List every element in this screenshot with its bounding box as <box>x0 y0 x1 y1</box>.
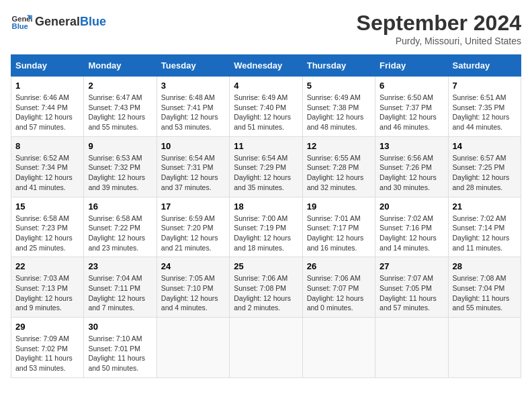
day-number: 17 <box>161 201 225 212</box>
day-info: Sunrise: 7:05 AM Sunset: 7:10 PM Dayligh… <box>161 273 225 313</box>
col-header-tuesday: Tuesday <box>157 55 229 77</box>
day-cell: 24Sunrise: 7:05 AM Sunset: 7:10 PM Dayli… <box>157 257 229 318</box>
day-info: Sunrise: 6:54 AM Sunset: 7:31 PM Dayligh… <box>161 153 225 193</box>
day-number: 3 <box>161 81 225 91</box>
day-info: Sunrise: 6:50 AM Sunset: 7:37 PM Dayligh… <box>380 93 443 132</box>
day-cell: 10Sunrise: 6:54 AM Sunset: 7:31 PM Dayli… <box>157 136 229 197</box>
day-number: 12 <box>307 141 371 151</box>
day-cell: 8Sunrise: 6:52 AM Sunset: 7:34 PM Daylig… <box>11 136 84 197</box>
day-info: Sunrise: 7:08 AM Sunset: 7:04 PM Dayligh… <box>453 273 517 313</box>
day-info: Sunrise: 7:01 AM Sunset: 7:17 PM Dayligh… <box>307 214 371 253</box>
day-cell: 12Sunrise: 6:55 AM Sunset: 7:28 PM Dayli… <box>302 136 375 197</box>
day-number: 9 <box>88 141 152 151</box>
col-header-wednesday: Wednesday <box>230 55 302 77</box>
subtitle: Purdy, Missouri, United States <box>357 36 521 46</box>
day-cell: 29Sunrise: 7:09 AM Sunset: 7:02 PM Dayli… <box>11 318 84 378</box>
day-number: 19 <box>307 201 371 212</box>
header-row: SundayMondayTuesdayWednesdayThursdayFrid… <box>11 55 521 77</box>
day-info: Sunrise: 6:59 AM Sunset: 7:20 PM Dayligh… <box>161 214 225 253</box>
day-info: Sunrise: 6:57 AM Sunset: 7:25 PM Dayligh… <box>453 153 517 193</box>
day-info: Sunrise: 7:03 AM Sunset: 7:13 PM Dayligh… <box>15 273 79 313</box>
day-number: 18 <box>234 201 298 212</box>
day-number: 20 <box>380 201 443 212</box>
day-cell: 17Sunrise: 6:59 AM Sunset: 7:20 PM Dayli… <box>157 197 229 257</box>
day-cell: 2Sunrise: 6:47 AM Sunset: 7:43 PM Daylig… <box>84 77 157 137</box>
day-number: 26 <box>307 261 371 271</box>
day-cell: 13Sunrise: 6:56 AM Sunset: 7:26 PM Dayli… <box>375 136 448 197</box>
day-cell: 6Sunrise: 6:50 AM Sunset: 7:37 PM Daylig… <box>375 77 448 137</box>
col-header-monday: Monday <box>84 55 157 77</box>
day-cell: 3Sunrise: 6:48 AM Sunset: 7:41 PM Daylig… <box>157 77 229 137</box>
day-cell: 9Sunrise: 6:53 AM Sunset: 7:32 PM Daylig… <box>84 136 157 197</box>
day-cell: 15Sunrise: 6:58 AM Sunset: 7:23 PM Dayli… <box>11 197 84 257</box>
day-cell: 23Sunrise: 7:04 AM Sunset: 7:11 PM Dayli… <box>84 257 157 318</box>
week-row-1: 1Sunrise: 6:46 AM Sunset: 7:44 PM Daylig… <box>11 77 521 137</box>
day-cell: 22Sunrise: 7:03 AM Sunset: 7:13 PM Dayli… <box>11 257 84 318</box>
day-cell: 27Sunrise: 7:07 AM Sunset: 7:05 PM Dayli… <box>375 257 448 318</box>
day-info: Sunrise: 6:56 AM Sunset: 7:26 PM Dayligh… <box>380 153 443 193</box>
day-info: Sunrise: 6:46 AM Sunset: 7:44 PM Dayligh… <box>15 93 79 132</box>
day-number: 30 <box>88 322 152 332</box>
day-info: Sunrise: 6:55 AM Sunset: 7:28 PM Dayligh… <box>307 153 371 193</box>
day-info: Sunrise: 7:04 AM Sunset: 7:11 PM Dayligh… <box>88 273 152 313</box>
day-info: Sunrise: 7:07 AM Sunset: 7:05 PM Dayligh… <box>380 273 443 313</box>
day-info: Sunrise: 6:54 AM Sunset: 7:29 PM Dayligh… <box>234 153 298 193</box>
day-info: Sunrise: 6:49 AM Sunset: 7:38 PM Dayligh… <box>307 93 371 132</box>
day-cell: 11Sunrise: 6:54 AM Sunset: 7:29 PM Dayli… <box>230 136 302 197</box>
day-number: 2 <box>88 81 152 91</box>
day-number: 21 <box>453 201 517 212</box>
calendar-table: SundayMondayTuesdayWednesdayThursdayFrid… <box>11 54 521 378</box>
day-info: Sunrise: 6:53 AM Sunset: 7:32 PM Dayligh… <box>88 153 152 193</box>
day-number: 14 <box>453 141 517 151</box>
day-number: 24 <box>161 261 225 271</box>
day-info: Sunrise: 7:02 AM Sunset: 7:16 PM Dayligh… <box>380 214 443 253</box>
week-row-4: 22Sunrise: 7:03 AM Sunset: 7:13 PM Dayli… <box>11 257 521 318</box>
logo-blue: Blue <box>80 15 106 29</box>
day-number: 27 <box>380 261 443 271</box>
col-header-saturday: Saturday <box>448 55 521 77</box>
week-row-5: 29Sunrise: 7:09 AM Sunset: 7:02 PM Dayli… <box>11 318 521 378</box>
day-info: Sunrise: 7:06 AM Sunset: 7:07 PM Dayligh… <box>307 273 371 313</box>
day-cell: 7Sunrise: 6:51 AM Sunset: 7:35 PM Daylig… <box>448 77 521 137</box>
main-title: September 2024 <box>357 11 521 36</box>
day-cell: 5Sunrise: 6:49 AM Sunset: 7:38 PM Daylig… <box>302 77 375 137</box>
week-row-3: 15Sunrise: 6:58 AM Sunset: 7:23 PM Dayli… <box>11 197 521 257</box>
day-number: 6 <box>380 81 443 91</box>
day-cell: 14Sunrise: 6:57 AM Sunset: 7:25 PM Dayli… <box>448 136 521 197</box>
day-cell <box>448 318 521 378</box>
col-header-friday: Friday <box>375 55 448 77</box>
day-number: 10 <box>161 141 225 151</box>
col-header-thursday: Thursday <box>302 55 375 77</box>
day-info: Sunrise: 6:47 AM Sunset: 7:43 PM Dayligh… <box>88 93 152 132</box>
day-cell: 21Sunrise: 7:02 AM Sunset: 7:14 PM Dayli… <box>448 197 521 257</box>
day-number: 15 <box>15 201 79 212</box>
day-number: 1 <box>15 81 79 91</box>
day-number: 29 <box>15 322 79 332</box>
day-info: Sunrise: 7:02 AM Sunset: 7:14 PM Dayligh… <box>453 214 517 253</box>
logo: General Blue General Blue <box>11 11 106 32</box>
day-cell: 19Sunrise: 7:01 AM Sunset: 7:17 PM Dayli… <box>302 197 375 257</box>
day-cell: 20Sunrise: 7:02 AM Sunset: 7:16 PM Dayli… <box>375 197 448 257</box>
day-cell: 18Sunrise: 7:00 AM Sunset: 7:19 PM Dayli… <box>230 197 302 257</box>
day-cell: 4Sunrise: 6:49 AM Sunset: 7:40 PM Daylig… <box>230 77 302 137</box>
day-info: Sunrise: 7:00 AM Sunset: 7:19 PM Dayligh… <box>234 214 298 253</box>
day-cell: 16Sunrise: 6:58 AM Sunset: 7:22 PM Dayli… <box>84 197 157 257</box>
day-info: Sunrise: 6:58 AM Sunset: 7:23 PM Dayligh… <box>15 214 79 253</box>
day-info: Sunrise: 6:48 AM Sunset: 7:41 PM Dayligh… <box>161 93 225 132</box>
day-info: Sunrise: 6:52 AM Sunset: 7:34 PM Dayligh… <box>15 153 79 193</box>
week-row-2: 8Sunrise: 6:52 AM Sunset: 7:34 PM Daylig… <box>11 136 521 197</box>
title-area: September 2024 Purdy, Missouri, United S… <box>357 11 521 46</box>
day-number: 7 <box>453 81 517 91</box>
day-number: 5 <box>307 81 371 91</box>
day-info: Sunrise: 6:58 AM Sunset: 7:22 PM Dayligh… <box>88 214 152 253</box>
svg-text:Blue: Blue <box>12 22 28 30</box>
day-cell: 26Sunrise: 7:06 AM Sunset: 7:07 PM Dayli… <box>302 257 375 318</box>
day-cell: 25Sunrise: 7:06 AM Sunset: 7:08 PM Dayli… <box>230 257 302 318</box>
day-info: Sunrise: 6:51 AM Sunset: 7:35 PM Dayligh… <box>453 93 517 132</box>
day-info: Sunrise: 7:09 AM Sunset: 7:02 PM Dayligh… <box>15 334 79 373</box>
col-header-sunday: Sunday <box>11 55 84 77</box>
day-cell: 30Sunrise: 7:10 AM Sunset: 7:01 PM Dayli… <box>84 318 157 378</box>
day-cell <box>302 318 375 378</box>
day-number: 16 <box>88 201 152 212</box>
day-cell: 28Sunrise: 7:08 AM Sunset: 7:04 PM Dayli… <box>448 257 521 318</box>
